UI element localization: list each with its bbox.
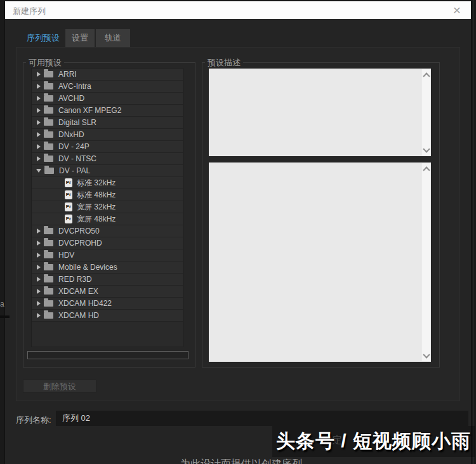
tree-row-label: 标准 48kHz xyxy=(77,190,116,201)
tree-row[interactable]: AVCHD xyxy=(32,93,183,105)
tree-row-label: AVC-Intra xyxy=(58,82,91,91)
tree-row[interactable]: ARRI xyxy=(32,69,183,81)
tree-row-label: 宽屏 32kHz xyxy=(77,202,116,213)
folder-icon xyxy=(44,288,53,295)
folder-icon xyxy=(44,83,53,89)
caret-icon[interactable] xyxy=(37,265,41,270)
tree-row[interactable]: XDCAM HD xyxy=(32,310,183,322)
caret-icon[interactable] xyxy=(37,277,41,282)
folder-icon xyxy=(44,228,53,234)
caret-icon[interactable] xyxy=(37,253,41,258)
caret-icon[interactable] xyxy=(37,313,41,318)
tree-row[interactable]: Mobile & Devices xyxy=(32,262,183,274)
caret-icon[interactable] xyxy=(37,241,41,246)
preset-description-group: 预设描述 xyxy=(202,62,440,368)
vertical-scrollbar[interactable] xyxy=(421,163,430,361)
new-sequence-dialog: 新建序列 × 序列预设 设置 轨道 可用预设 ARRI AVC-Intra AV… xyxy=(5,1,471,464)
sequence-name-label: 序列名称: xyxy=(16,414,51,426)
tree-row-label: DV - NTSC xyxy=(58,154,96,163)
tree-row[interactable]: Pr 标准 32kHz xyxy=(32,177,183,189)
tree-row[interactable]: DVCPRO50 xyxy=(32,225,183,237)
clipped-bottom-text: 为此设计而提供以创建序列 xyxy=(180,458,302,464)
scroll-down-icon[interactable] xyxy=(423,353,428,358)
tree-row[interactable]: Pr 宽屏 32kHz xyxy=(32,201,183,213)
tree-row-label: RED R3D xyxy=(58,275,92,284)
preset-tree[interactable]: ARRI AVC-Intra AVCHD Canon XF MPEG2 Digi… xyxy=(31,68,183,347)
caret-icon[interactable] xyxy=(37,96,41,101)
folder-icon xyxy=(44,71,53,77)
tree-row-label: DVCPRO50 xyxy=(58,227,100,235)
tree-row[interactable]: AVC-Intra xyxy=(32,81,183,93)
watermark-text: 头条号 / 短视频顾小雨 xyxy=(272,426,475,457)
caret-icon[interactable] xyxy=(37,120,41,125)
caret-icon[interactable] xyxy=(37,144,41,149)
folder-icon xyxy=(44,168,54,174)
caret-icon[interactable] xyxy=(37,84,41,89)
delete-preset-button[interactable]: 删除预设 xyxy=(23,380,96,393)
dialog-titlebar: 新建序列 × xyxy=(5,1,471,19)
tree-row[interactable]: XDCAM EX xyxy=(32,286,183,298)
tree-row[interactable]: XDCAM HD422 xyxy=(32,298,183,310)
folder-icon xyxy=(44,264,53,270)
tree-row[interactable]: Pr 宽屏 48kHz xyxy=(32,213,183,225)
folder-icon xyxy=(44,240,53,246)
pr-file-icon: Pr xyxy=(65,190,72,199)
tree-row[interactable]: DNxHD xyxy=(32,129,183,141)
description-box-bottom xyxy=(209,162,431,362)
vertical-scrollbar[interactable] xyxy=(421,69,430,156)
folder-icon xyxy=(44,119,53,126)
tab-settings[interactable]: 设置 xyxy=(65,29,95,47)
tree-row[interactable]: Pr 标准 48kHz xyxy=(32,189,183,201)
tree-row[interactable]: DV - 24P xyxy=(32,141,183,153)
folder-icon xyxy=(44,95,53,102)
pr-file-icon: Pr xyxy=(65,215,72,223)
caret-icon[interactable] xyxy=(37,229,41,234)
caret-icon[interactable] xyxy=(37,289,41,294)
tree-row[interactable]: HDV xyxy=(32,249,183,262)
tree-row-label: 标准 32kHz xyxy=(77,178,116,189)
tree-row-label: AVCHD xyxy=(58,94,84,103)
folder-icon xyxy=(44,252,53,258)
close-icon[interactable]: × xyxy=(449,2,465,18)
available-presets-legend: 可用预设 xyxy=(26,57,64,69)
available-presets-group: 可用预设 ARRI AVC-Intra AVCHD Canon XF MPEG2… xyxy=(23,62,195,368)
tree-row-label: XDCAM EX xyxy=(58,287,98,296)
scroll-up-icon[interactable] xyxy=(423,166,428,171)
tree-row[interactable]: RED R3D xyxy=(32,274,183,286)
sequence-name-input[interactable] xyxy=(56,411,468,426)
tree-row-label: DV - 24P xyxy=(58,142,89,151)
tab-tracks[interactable]: 轨道 xyxy=(96,29,130,47)
caret-icon[interactable] xyxy=(37,301,41,306)
tab-sequence-presets[interactable]: 序列预设 xyxy=(22,29,64,47)
caret-icon[interactable] xyxy=(37,108,41,113)
page: 新建序列 × 序列预设 设置 轨道 可用预设 ARRI AVC-Intra AV… xyxy=(0,0,476,464)
tree-row[interactable]: DV - NTSC xyxy=(32,153,183,165)
tree-row[interactable]: Digital SLR xyxy=(32,117,183,129)
tree-row[interactable]: DV - PAL xyxy=(32,165,183,177)
description-box-top xyxy=(209,69,431,156)
tree-row-label: XDCAM HD422 xyxy=(58,299,112,308)
dialog-body: 序列预设 设置 轨道 可用预设 ARRI AVC-Intra AVCHD Can… xyxy=(5,19,471,464)
tree-row[interactable]: Canon XF MPEG2 xyxy=(32,105,183,117)
left-edge-artifact: a xyxy=(0,300,4,308)
folder-icon xyxy=(44,131,53,138)
preset-description-legend: 预设描述 xyxy=(205,57,243,69)
caret-icon[interactable] xyxy=(37,156,41,161)
tree-row-label: Mobile & Devices xyxy=(58,263,117,272)
left-edge-bar xyxy=(0,315,10,318)
tree-row-label: DVCPROHD xyxy=(58,239,102,248)
horizontal-scrollbar[interactable] xyxy=(27,351,188,359)
tree-row[interactable]: DVCPROHD xyxy=(32,237,183,249)
caret-icon[interactable] xyxy=(37,132,41,137)
pr-file-icon: Pr xyxy=(65,202,72,211)
tree-row-label: ARRI xyxy=(58,70,77,79)
scroll-down-icon[interactable] xyxy=(423,147,428,152)
folder-icon xyxy=(44,312,53,319)
caret-icon[interactable] xyxy=(36,169,41,173)
tree-row-label: DNxHD xyxy=(58,130,84,139)
tree-row-label: Canon XF MPEG2 xyxy=(58,106,121,115)
tree-row-label: DV - PAL xyxy=(59,166,90,175)
tree-row-label: Digital SLR xyxy=(58,118,96,127)
scroll-up-icon[interactable] xyxy=(423,72,428,77)
caret-icon[interactable] xyxy=(37,72,41,77)
